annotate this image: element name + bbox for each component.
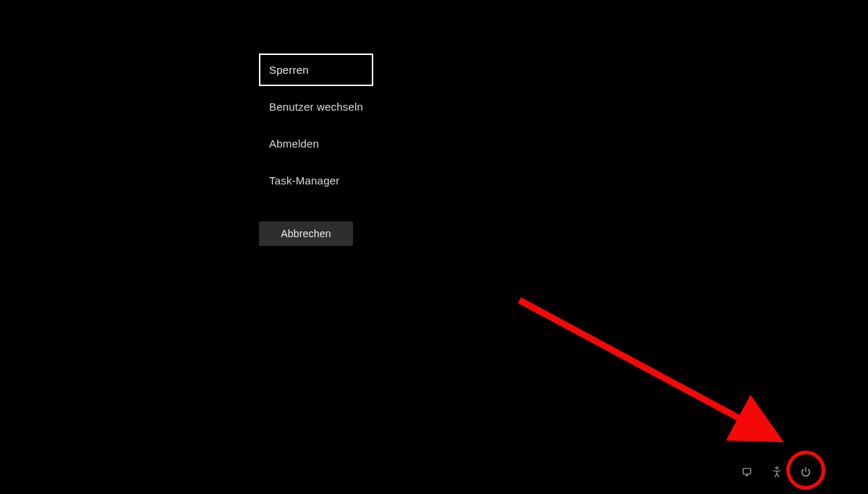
svg-point-3 (776, 467, 778, 469)
svg-line-8 (519, 300, 773, 436)
svg-line-6 (777, 474, 779, 477)
cancel-button[interactable]: Abbrechen (259, 221, 353, 246)
menu-item-task-manager[interactable]: Task-Manager (259, 164, 373, 197)
menu-item-label: Task-Manager (269, 174, 339, 187)
system-tray (741, 465, 813, 480)
menu-item-label: Sperren (269, 64, 309, 76)
cancel-button-label: Abbrechen (281, 228, 331, 239)
power-icon[interactable] (799, 465, 813, 480)
menu-item-lock[interactable]: Sperren (259, 54, 373, 86)
network-icon[interactable] (741, 465, 755, 480)
svg-rect-0 (743, 469, 751, 474)
menu-item-switch-user[interactable]: Benutzer wechseln (259, 90, 373, 123)
menu-item-sign-out[interactable]: Abmelden (259, 127, 373, 160)
ctrl-alt-del-menu: Sperren Benutzer wechseln Abmelden Task-… (259, 54, 373, 246)
menu-item-label: Benutzer wechseln (269, 101, 363, 113)
svg-line-5 (775, 474, 777, 477)
annotation-arrow (506, 293, 796, 474)
menu-item-label: Abmelden (269, 137, 319, 150)
accessibility-icon[interactable] (770, 465, 784, 480)
